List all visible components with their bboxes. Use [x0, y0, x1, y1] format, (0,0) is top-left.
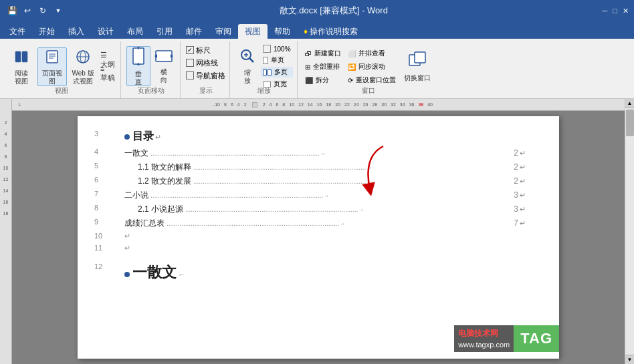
toc-dots-5: ........................................… — [193, 164, 512, 171]
toc-page-9: 7 — [514, 218, 518, 228]
hruler-16: 16 — [317, 102, 322, 107]
web-view-button[interactable]: Web 版式视图 — [68, 47, 98, 86]
line-6: 6 1.2 散文的发展 ............................… — [124, 176, 526, 187]
tab-references[interactable]: 引用 — [150, 24, 179, 39]
horizontal-ruler: L -10 8 6 4 2 2 4 6 8 10 12 14 16 18 20 … — [12, 99, 625, 111]
svg-rect-2 — [47, 51, 58, 63]
reset-window-button[interactable]: ⟳重设窗口位置 — [346, 74, 398, 86]
ribbon: 阅读视图 页面视图 — [0, 39, 634, 99]
tab-insert[interactable]: 插入 — [62, 24, 91, 39]
zoom-group: 缩放 100% 单页 多页 — [231, 41, 298, 98]
toc-page-7: 3 — [514, 190, 518, 200]
tab-layout[interactable]: 布局 — [120, 24, 150, 39]
new-window-button[interactable]: 🗗新建窗口 — [303, 47, 343, 59]
para-mark-12: ← — [178, 270, 185, 279]
vruler-mark-10: 10 — [3, 166, 9, 170]
scroll-up-button[interactable]: ▲ — [625, 99, 635, 108]
outline-icon: ☰ — [100, 51, 107, 59]
ruler-checkbox[interactable]: ✓ 标尺 — [186, 45, 225, 55]
single-page-button[interactable]: 单页 — [261, 55, 293, 65]
line-num-5: 5 — [94, 162, 98, 170]
content-area: L -10 8 6 4 2 2 4 6 8 10 12 14 16 18 20 … — [12, 99, 625, 364]
document-title: 散文.docx [兼容模式] - Word — [65, 5, 603, 17]
hruler-38: 38 — [418, 102, 423, 107]
zoom-button[interactable]: 缩放 — [235, 46, 259, 86]
vertical-scrollbar[interactable]: ▲ ▼ — [625, 99, 634, 364]
undo-button[interactable]: ↩ — [21, 5, 34, 17]
split-icon: ⬛ — [305, 77, 313, 84]
gridlines-checkbox[interactable]: 网格线 — [186, 57, 225, 68]
scroll-thumb[interactable] — [626, 110, 634, 136]
side-by-side-button[interactable]: ⬜并排查看 — [346, 47, 398, 59]
redo-button[interactable]: ↻ — [36, 5, 49, 17]
tab-review[interactable]: 审阅 — [209, 24, 238, 39]
customize-quick-access-button[interactable]: ▼ — [51, 5, 65, 17]
draft-button[interactable]: ≡ 草稿 — [99, 67, 116, 79]
save-button[interactable]: 💾 — [5, 5, 19, 17]
line-num-4: 4 — [94, 148, 98, 156]
watermark: 电脑技术网 www.tagxp.com TAG — [454, 325, 559, 353]
tab-search[interactable]: ♦ 操作说明搜索 — [297, 24, 364, 39]
hruler-n4: 4 — [237, 102, 240, 107]
arrange-icon: ⊞ — [305, 63, 310, 71]
gridlines-check-icon — [186, 59, 194, 67]
maximize-button[interactable]: □ — [613, 7, 617, 15]
horizontal-scroll-button[interactable]: 横向 — [152, 46, 176, 86]
nav-check-icon — [186, 71, 194, 79]
tab-help[interactable]: 帮助 — [268, 24, 297, 39]
tab-home[interactable]: 开始 — [32, 24, 62, 39]
window-controls: ─ □ ✕ — [603, 7, 629, 15]
tab-mailings[interactable]: 邮件 — [179, 24, 209, 39]
views-group-label: 视图 — [7, 86, 116, 97]
close-button[interactable]: ✕ — [623, 7, 629, 15]
toc-dots-6: ........................................… — [193, 178, 512, 185]
svg-rect-0 — [15, 51, 21, 62]
tab-design[interactable]: 设计 — [91, 24, 120, 39]
vertical-scroll-button[interactable]: 垂直 — [126, 46, 150, 86]
sync-scroll-button[interactable]: 🔁同步滚动 — [346, 61, 398, 73]
hruler-32: 32 — [391, 102, 396, 107]
hruler-n2: 2 — [244, 102, 247, 107]
line-7: 7 二小说 ..................................… — [124, 190, 526, 201]
multi-page-button[interactable]: 多页 — [261, 67, 293, 77]
switch-window-button[interactable]: 切换窗口 — [401, 46, 434, 86]
hruler-14: 14 — [308, 102, 313, 107]
zoom-100-button[interactable]: 100% — [261, 44, 293, 53]
hruler-6: 6 — [276, 102, 278, 107]
pagemove-group-label: 页面移动 — [126, 86, 176, 97]
vruler-mark-8: 8 — [5, 154, 7, 159]
document-area[interactable]: 3 目录 ↵ 4 一散文 ...........................… — [12, 111, 625, 364]
nav-checkbox[interactable]: 导航窗格 — [186, 70, 225, 81]
tab-view[interactable]: 视图 — [238, 24, 268, 39]
para-mark-8: ↵ — [520, 205, 526, 214]
read-view-button[interactable]: 阅读视图 — [7, 47, 36, 86]
show-group: ✓ 标尺 网格线 导航窗格 显示 — [182, 41, 230, 98]
print-view-button[interactable]: 页面视图 — [37, 47, 67, 86]
minimize-button[interactable]: ─ — [603, 7, 608, 15]
horizontal-label: 横向 — [161, 68, 167, 84]
line-12: 12 一散文 ← — [124, 262, 526, 283]
line-9: 9 成绩汇总表 ................................… — [124, 218, 526, 229]
svg-marker-13 — [136, 64, 140, 65]
zoom-label: 缩放 — [244, 69, 251, 85]
hruler-34: 34 — [400, 102, 405, 107]
web-view-label: Web 版式视图 — [71, 69, 95, 85]
line-4: 4 一散文 ..................................… — [124, 148, 526, 159]
split-button[interactable]: ⬛拆分 — [303, 74, 343, 86]
bullet-12 — [124, 272, 130, 277]
switch-window-label: 切换窗口 — [404, 74, 431, 82]
window-buttons: 🗗新建窗口 ⊞全部重排 ⬛拆分 ⬜并排查看 🔁同步滚动 ⟳重设窗口位置 — [303, 43, 434, 86]
toc-page-4: 2 — [514, 148, 518, 158]
multi-page-icon — [263, 69, 272, 75]
vruler-mark-6: 6 — [5, 143, 7, 148]
document-page: 3 目录 ↵ 4 一散文 ...........................… — [78, 116, 559, 359]
tab-file[interactable]: 文件 — [3, 24, 32, 39]
scroll-down-button[interactable]: ▼ — [625, 355, 635, 364]
hruler-10: 10 — [289, 102, 294, 107]
toc-entry-9-text: 成绩汇总表 — [124, 218, 165, 229]
bullet-3 — [124, 134, 130, 140]
arrange-all-button[interactable]: ⊞全部重排 — [303, 61, 343, 73]
pagemove-group: 垂直 横向 页面移动 — [122, 41, 181, 98]
line-num-7: 7 — [94, 190, 98, 198]
watermark-tag: TAG — [514, 325, 559, 353]
